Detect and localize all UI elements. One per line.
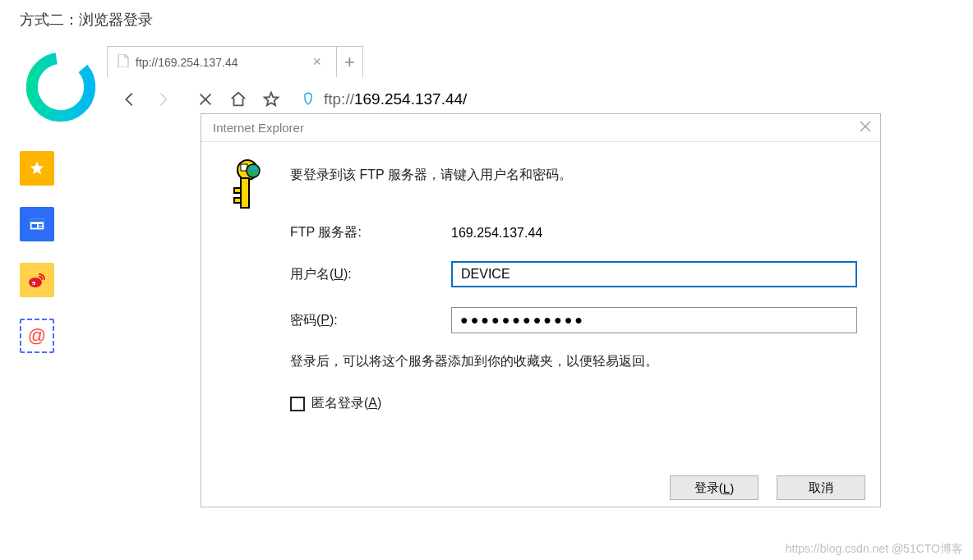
svg-rect-4 <box>39 224 43 226</box>
svg-point-8 <box>33 283 35 285</box>
back-button[interactable] <box>117 80 143 119</box>
dialog-close-button[interactable] <box>859 120 872 135</box>
new-tab-button[interactable]: + <box>337 46 363 77</box>
tab-close-button[interactable]: × <box>309 53 325 71</box>
username-label: 用户名(U): <box>290 266 451 283</box>
sidebar-mail[interactable]: @ <box>20 319 54 353</box>
sidebar-news[interactable] <box>20 207 54 241</box>
dialog-titlebar: Internet Explorer <box>201 114 880 142</box>
key-icon <box>226 158 270 211</box>
dialog-form: FTP 服务器: 169.254.137.44 用户名(U): 密码(P): 登… <box>290 224 857 412</box>
page-icon <box>118 54 129 70</box>
svg-rect-14 <box>234 188 241 193</box>
svg-point-7 <box>32 282 35 285</box>
dialog-title: Internet Explorer <box>213 121 304 135</box>
dialog-instruction: 要登录到该 FTP 服务器，请键入用户名和密码。 <box>290 167 572 184</box>
svg-point-6 <box>29 278 42 287</box>
browser-tab[interactable]: ftp://169.254.137.44 × <box>107 46 337 77</box>
svg-rect-15 <box>234 198 241 203</box>
login-button[interactable]: 登录(L) <box>670 475 759 500</box>
svg-rect-13 <box>241 178 249 208</box>
cancel-button[interactable]: 取消 <box>777 475 865 500</box>
anonymous-login-row: 匿名登录(A) <box>290 395 857 412</box>
watermark: https://blog.csdn.net @51CTO博客 <box>786 542 963 557</box>
svg-rect-2 <box>30 219 44 223</box>
address-host: 169.254.137.44/ <box>354 90 467 108</box>
svg-rect-5 <box>39 227 43 228</box>
browser-logo-icon <box>21 48 100 126</box>
password-field[interactable] <box>451 307 857 333</box>
anonymous-label: 匿名登录(A) <box>311 395 381 412</box>
site-icon <box>301 92 316 107</box>
ftp-login-dialog: Internet Explorer 要登录到该 FTP 服务器，请键入用户名和密… <box>201 113 881 507</box>
password-label: 密码(P): <box>290 312 451 329</box>
tab-title: ftp://169.254.137.44 <box>136 56 238 69</box>
dialog-hint: 登录后，可以将这个服务器添加到你的收藏夹，以便轻易返回。 <box>290 353 857 370</box>
svg-rect-3 <box>32 224 37 228</box>
tab-strip: ftp://169.254.137.44 × + <box>107 46 363 77</box>
sidebar-favorites[interactable] <box>20 151 54 186</box>
address-protocol: ftp:// <box>324 90 354 108</box>
browser-sidebar: @ <box>13 149 61 353</box>
sidebar-weibo[interactable] <box>20 263 54 297</box>
page-heading: 方式二：浏览器登录 <box>20 10 153 30</box>
dialog-footer: 登录(L) 取消 <box>670 475 865 500</box>
svg-point-12 <box>247 164 260 177</box>
anonymous-checkbox[interactable] <box>290 397 305 411</box>
address-bar[interactable]: ftp://169.254.137.44/ <box>301 90 467 108</box>
server-label: FTP 服务器: <box>290 224 451 241</box>
forward-button[interactable] <box>150 80 176 119</box>
server-value: 169.254.137.44 <box>451 226 542 241</box>
dialog-body: 要登录到该 FTP 服务器，请键入用户名和密码。 FTP 服务器: 169.25… <box>201 142 880 507</box>
username-field[interactable] <box>451 261 857 287</box>
